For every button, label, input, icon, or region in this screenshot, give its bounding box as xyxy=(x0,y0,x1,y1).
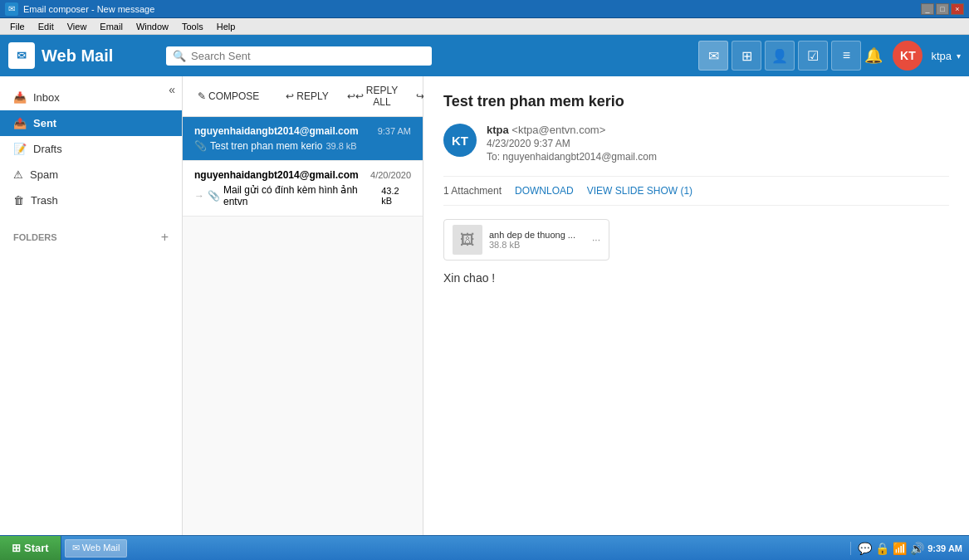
email-item-1[interactable]: nguyenhaidangbt2014@gmail.com 9:37 AM 📎 … xyxy=(183,117,423,161)
start-button[interactable]: ⊞ Start xyxy=(0,536,61,560)
taskbar-webmail[interactable]: ✉ Web Mail xyxy=(65,539,128,558)
sidebar-nav: 📥 Inbox 📤 Sent 📝 Drafts ⚠ Spam 🗑 T xyxy=(0,76,182,222)
sidebar-item-spam[interactable]: ⚠ Spam xyxy=(0,162,182,187)
email-item-2[interactable]: nguyenhaidangbt2014@gmail.com 4/20/2020 … xyxy=(183,161,423,217)
menu-bar: File Edit View Email Window Tools Help xyxy=(0,18,969,35)
menu-file[interactable]: File xyxy=(3,20,32,33)
collapse-button[interactable]: « xyxy=(169,83,175,96)
sidebar-item-sent[interactable]: 📤 Sent xyxy=(0,110,182,136)
user-avatar[interactable]: KT xyxy=(893,41,923,71)
search-bar: 🔍 xyxy=(166,46,432,66)
email-2-sender: nguyenhaidangbt2014@gmail.com xyxy=(194,169,359,181)
tray-icon-2: 🔒 xyxy=(875,542,889,555)
attach-icon-2: 📎 xyxy=(208,190,220,202)
taskbar: ⊞ Start ✉ Web Mail 💬 🔒 📶 🔊 9:39 AM xyxy=(0,535,969,560)
minimize-button[interactable]: _ xyxy=(921,3,934,15)
email-2-subject-text: Mail gửi có đính kèm hình ảnh entvn xyxy=(223,184,378,207)
attachment-item: 🖼 anh dep de thuong ... 38.8 kB ··· xyxy=(443,219,609,261)
download-link[interactable]: DOWNLOAD xyxy=(515,185,574,197)
title-bar: ✉ Email composer - New message _ □ × xyxy=(0,0,969,18)
email-1-sender: nguyenhaidangbt2014@gmail.com xyxy=(194,125,359,137)
email-item-2-header: nguyenhaidangbt2014@gmail.com 4/20/2020 xyxy=(194,169,411,181)
attachments-bar: 1 Attachment DOWNLOAD VIEW SLIDE SHOW (1… xyxy=(443,176,949,206)
to-address: nguyenhaidangbt2014@gmail.com xyxy=(502,151,657,163)
sidebar-item-sent-label: Sent xyxy=(33,117,56,129)
folders-add-button[interactable]: + xyxy=(161,230,169,245)
reply-icon: ↩ xyxy=(286,90,294,102)
search-icon: 🔍 xyxy=(173,50,186,62)
meta-from-name: ktpa xyxy=(487,124,509,136)
menu-tools[interactable]: Tools xyxy=(175,20,210,33)
sidebar-item-trash-label: Trash xyxy=(31,194,58,207)
reply-all-icon: ↩↩ xyxy=(347,90,364,102)
meta-date: 4/23/2020 9:37 AM xyxy=(487,138,949,149)
sent-icon: 📤 xyxy=(13,117,27,129)
sidebar-item-inbox-label: Inbox xyxy=(33,91,60,104)
user-dropdown-arrow[interactable]: ▾ xyxy=(957,51,961,61)
close-button[interactable]: × xyxy=(951,3,964,15)
search-input[interactable] xyxy=(191,50,425,62)
nav-mail-icon[interactable]: ✉ xyxy=(698,41,728,71)
meta-from: ktpa <ktpa@entvn.com> xyxy=(487,124,949,136)
logo-area: ✉ Web Mail xyxy=(8,42,158,69)
inbox-icon: 📥 xyxy=(13,91,27,104)
nav-contacts-icon[interactable]: 👤 xyxy=(765,41,795,71)
attach-thumb: 🖼 xyxy=(453,225,482,255)
start-label: Start xyxy=(24,542,49,554)
logo-text: Web Mail xyxy=(42,46,113,66)
sidebar-item-spam-label: Spam xyxy=(30,168,58,181)
title-bar-title: Email composer - New message xyxy=(23,4,921,14)
logo-icon: ✉ xyxy=(8,42,35,69)
attach-icon-1: 📎 xyxy=(194,140,207,152)
email-2-size: 43.2 kB xyxy=(381,186,411,206)
email-1-time: 9:37 AM xyxy=(378,126,411,136)
attach-more-button[interactable]: ··· xyxy=(592,234,600,246)
tray-icon-3: 📶 xyxy=(893,542,907,555)
forward-arrow-2: → xyxy=(194,190,204,202)
tray-icon-4: 🔊 xyxy=(910,542,924,555)
email-item-1-subject: 📎 Test tren phan mem kerio 39.8 kB xyxy=(194,140,411,152)
reply-button[interactable]: ↩ REPLY xyxy=(279,87,335,105)
email-items: nguyenhaidangbt2014@gmail.com 9:37 AM 📎 … xyxy=(183,117,423,538)
nav-grid-icon[interactable]: ⊞ xyxy=(732,41,761,71)
compose-button[interactable]: ✎ COMPOSE xyxy=(191,87,266,105)
sidebar-item-drafts-label: Drafts xyxy=(33,143,62,155)
start-icon: ⊞ xyxy=(12,542,21,554)
nav-tasks-icon[interactable]: ☑ xyxy=(798,41,828,71)
menu-help[interactable]: Help xyxy=(210,20,242,33)
tray-icon-1: 💬 xyxy=(858,542,872,555)
spam-icon: ⚠ xyxy=(13,168,23,181)
title-bar-buttons: _ □ × xyxy=(921,3,964,15)
taskbar-items: ✉ Web Mail xyxy=(61,539,851,558)
reply-all-button[interactable]: ↩↩ REPLY ALL xyxy=(340,81,404,111)
trash-icon: 🗑 xyxy=(13,194,24,207)
sidebar-item-trash[interactable]: 🗑 Trash xyxy=(0,187,182,213)
to-label: To: xyxy=(487,151,500,163)
nav-notes-icon[interactable]: ≡ xyxy=(831,41,861,71)
attach-name: anh dep de thuong ... xyxy=(489,230,585,240)
folders-label: FOLDERS xyxy=(13,232,57,242)
user-name[interactable]: ktpa xyxy=(931,50,952,62)
bell-button[interactable]: 🔔 xyxy=(864,46,883,65)
drafts-icon: 📝 xyxy=(13,143,27,155)
meta-to: To: nguyenhaidangbt2014@gmail.com xyxy=(487,151,949,163)
email-toolbar: ✎ COMPOSE ↩ REPLY ↩↩ REPLY ALL ↪ FORWARD xyxy=(183,76,423,117)
sidebar-folders-section: FOLDERS + xyxy=(0,222,182,248)
menu-window[interactable]: Window xyxy=(130,20,175,33)
email-1-subject-text: Test tren phan mem kerio xyxy=(210,140,322,152)
app-container: ✉ Web Mail 🔍 ✉ ⊞ 👤 ☑ ≡ 🔔 KT ktpa ▾ « 📥 xyxy=(0,35,969,560)
menu-edit[interactable]: Edit xyxy=(32,20,61,33)
title-bar-icon: ✉ xyxy=(5,2,18,16)
taskbar-tray: 💬 🔒 📶 🔊 9:39 AM xyxy=(850,542,969,555)
slideshow-link[interactable]: VIEW SLIDE SHOW (1) xyxy=(587,185,692,197)
maximize-button[interactable]: □ xyxy=(936,3,949,15)
email-1-size: 39.8 kB xyxy=(325,141,356,151)
attachment-count: 1 Attachment xyxy=(443,185,502,197)
sidebar-item-drafts[interactable]: 📝 Drafts xyxy=(0,136,182,162)
sidebar-item-inbox[interactable]: 📥 Inbox xyxy=(0,85,182,110)
sender-avatar: KT xyxy=(443,124,477,157)
email-detail: Test tren phan mem kerio KT ktpa <ktpa@e… xyxy=(423,76,969,560)
menu-email[interactable]: Email xyxy=(93,20,130,33)
compose-icon: ✎ xyxy=(198,90,206,102)
menu-view[interactable]: View xyxy=(61,20,94,33)
